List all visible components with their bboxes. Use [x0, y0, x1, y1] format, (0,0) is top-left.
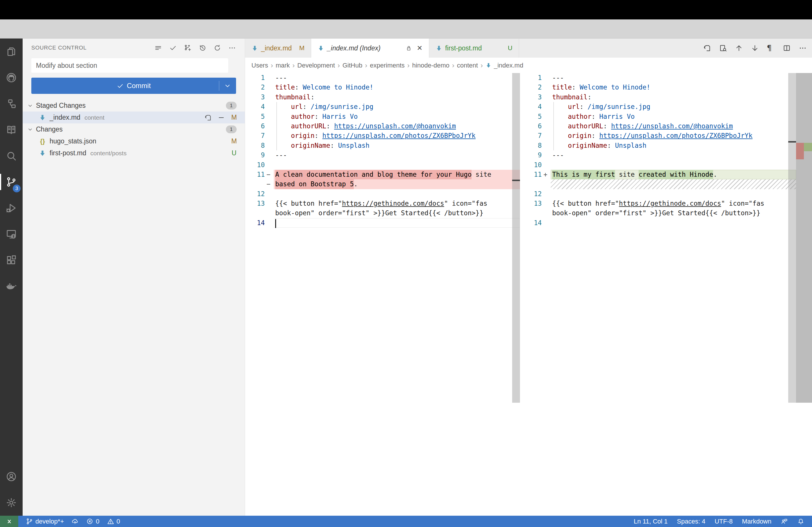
open-file-icon[interactable] — [204, 114, 212, 121]
arrow-up-icon[interactable] — [735, 44, 743, 52]
statusbar-language-mode[interactable]: Markdown — [742, 518, 771, 525]
refresh-icon[interactable] — [214, 44, 221, 52]
commit-dropdown-chevron-icon[interactable] — [224, 82, 231, 90]
close-icon[interactable]: ✕ — [417, 44, 422, 52]
statusbar-cursor-position[interactable]: Ln 11, Col 1 — [634, 518, 668, 525]
editor-line[interactable]: −based on Bootstrap 5. — [245, 179, 520, 189]
statusbar-publish[interactable] — [71, 518, 78, 525]
editor-line[interactable]: 10 — [522, 160, 796, 170]
diff-overview-ruler[interactable] — [796, 73, 812, 403]
tab--index-md-index-[interactable]: _index.md (Index)✕ — [311, 39, 429, 58]
scm-file-row[interactable]: _index.mdcontentM — [23, 111, 245, 123]
commit-button[interactable]: Commit — [31, 78, 236, 94]
activity-item-extensions[interactable] — [0, 247, 23, 273]
activity-item-settings[interactable] — [0, 490, 23, 516]
ellipsis-icon[interactable] — [799, 44, 807, 52]
cloud-upload-icon — [71, 518, 78, 525]
left-pane-scrollbar[interactable] — [512, 73, 520, 403]
activity-item-references[interactable] — [0, 91, 23, 117]
editor-line[interactable]: 14 — [522, 218, 796, 228]
file-name: hugo_stats.json — [49, 137, 96, 145]
breadcrumb-item[interactable]: content — [457, 62, 478, 69]
editor-line[interactable]: 6 authorURL: https://unsplash.com/@hoanv… — [245, 121, 520, 131]
activity-item-docs[interactable] — [0, 117, 23, 143]
bell-icon — [797, 518, 804, 525]
editor-line[interactable]: 10 — [245, 160, 520, 170]
activity-item-search[interactable] — [0, 143, 23, 169]
editor-line[interactable]: 1--- — [522, 73, 796, 82]
breadcrumb-file[interactable]: _index.md — [485, 62, 523, 69]
activity-item-docker[interactable] — [0, 273, 23, 299]
activity-item-run-debug[interactable] — [0, 195, 23, 221]
list-flat-icon[interactable] — [154, 44, 162, 52]
breadcrumb-item[interactable]: mark — [276, 62, 290, 69]
statusbar-warnings[interactable]: 0 — [107, 518, 120, 525]
editor-line[interactable]: 1--- — [245, 73, 520, 82]
scm-file-row[interactable]: first-post.mdcontent/postsU — [23, 147, 245, 159]
breadcrumb-item[interactable]: experiments — [370, 62, 405, 69]
editor-line[interactable]: book-open" order="first" >}}Get Started{… — [522, 208, 796, 218]
split-icon[interactable] — [783, 44, 791, 52]
arrow-down-icon[interactable] — [751, 44, 759, 52]
breadcrumb-item[interactable]: GitHub — [343, 62, 362, 69]
ellipsis-icon[interactable] — [228, 44, 236, 52]
editor-line[interactable]: 3thumbnail: — [522, 92, 796, 102]
pilcrow-icon[interactable]: ¶ — [767, 44, 775, 52]
statusbar-notifications[interactable] — [797, 518, 804, 525]
activity-item-remote-explorer[interactable] — [0, 221, 23, 247]
activity-item-accounts[interactable] — [0, 464, 23, 490]
editor-line[interactable]: 14 — [245, 218, 520, 228]
activity-item-explorer[interactable] — [0, 39, 23, 65]
editor-line[interactable]: 12 — [245, 189, 520, 199]
statusbar-feedback[interactable] — [781, 518, 788, 525]
statusbar-git-branch[interactable]: develop*+ — [26, 518, 64, 525]
editor-line[interactable]: 12 — [522, 189, 796, 199]
right-pane-scrollbar[interactable] — [788, 73, 796, 403]
breadcrumb-item[interactable]: hinode-demo — [412, 62, 449, 69]
scm-file-row[interactable]: {}hugo_stats.jsonM — [23, 135, 245, 147]
activity-item-github[interactable] — [0, 65, 23, 91]
diff-marker — [265, 141, 274, 150]
statusbar-errors[interactable]: 0 — [86, 518, 99, 525]
tab--index-md[interactable]: _index.mdM — [245, 39, 311, 58]
preview-icon[interactable] — [719, 44, 727, 52]
check-icon[interactable] — [169, 44, 177, 52]
editor-line[interactable]: book-open" order="first" >}}Get Started{… — [245, 208, 520, 218]
editor-line[interactable]: 13{{< button href="https://gethinode.com… — [522, 199, 796, 208]
editor-line[interactable]: 7 origin: https://unsplash.com/photos/ZX… — [522, 131, 796, 140]
editor-line[interactable]: 5 author: Harris Vo — [522, 112, 796, 121]
editor-line[interactable]: 2title: Welcome to Hinode! — [245, 82, 520, 92]
scm-section-staged-changes[interactable]: Staged Changes1 — [23, 100, 245, 111]
editor-line[interactable]: 9--- — [522, 150, 796, 160]
branch-plus-icon[interactable] — [184, 44, 192, 52]
remote-indicator[interactable] — [0, 516, 18, 527]
statusbar-indentation[interactable]: Spaces: 4 — [677, 518, 705, 525]
tab-label: _index.md — [261, 44, 292, 52]
editor-line[interactable]: 8 originName: Unsplash — [522, 141, 796, 150]
editor-line[interactable]: 5 author: Harris Vo — [245, 112, 520, 121]
editor-line[interactable] — [522, 179, 796, 189]
diff-marker — [265, 121, 274, 131]
editor-line[interactable]: 11+This is my first site created with Hi… — [522, 170, 796, 179]
git-status-letter: M — [230, 137, 238, 145]
editor-line[interactable]: 6 authorURL: https://unsplash.com/@hoanv… — [522, 121, 796, 131]
statusbar-encoding[interactable]: UTF-8 — [714, 518, 733, 525]
editor-line[interactable]: 7 origin: https://unsplash.com/photos/ZX… — [245, 131, 520, 140]
goto-file-icon[interactable] — [703, 44, 711, 52]
editor-line[interactable]: 4 url: /img/sunrise.jpg — [245, 102, 520, 111]
breadcrumb-item[interactable]: Development — [297, 62, 335, 69]
breadcrumb-item[interactable]: Users — [251, 62, 268, 69]
scm-section-changes[interactable]: Changes1 — [23, 123, 245, 135]
tab-first-post-md[interactable]: first-post.mdU — [429, 39, 519, 58]
editor-line[interactable]: 8 originName: Unsplash — [245, 141, 520, 150]
history-icon[interactable] — [199, 44, 206, 52]
commit-message-input[interactable] — [31, 58, 228, 73]
editor-line[interactable]: 9--- — [245, 150, 520, 160]
editor-line[interactable]: 11−A clean documentation and blog theme … — [245, 170, 520, 179]
editor-line[interactable]: 4 url: /img/sunrise.jpg — [522, 102, 796, 111]
editor-line[interactable]: 3thumbnail: — [245, 92, 520, 102]
editor-line[interactable]: 13{{< button href="https://gethinode.com… — [245, 199, 520, 208]
minus-icon[interactable] — [218, 114, 225, 121]
editor-line[interactable]: 2title: Welcome to Hinode! — [522, 82, 796, 92]
activity-item-source-control[interactable]: 3 — [0, 169, 23, 195]
